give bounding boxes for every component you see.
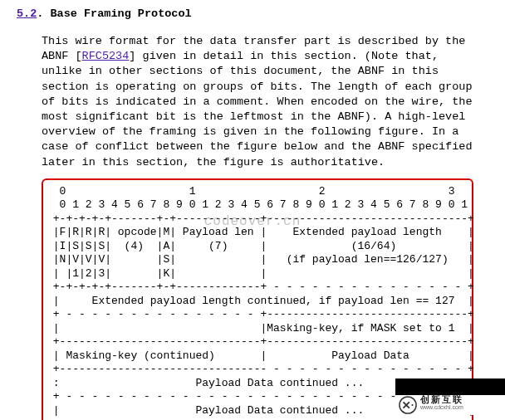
brand-footer: 创新互联 www.cdcxhl.com: [395, 378, 505, 415]
section-number-link[interactable]: 5.2: [17, 7, 37, 20]
intro-paragraph: This wire format for the data transfer p…: [42, 34, 473, 170]
section-dot: .: [37, 7, 50, 20]
brand-url: www.cdcxhl.com: [420, 404, 463, 411]
svg-point-0: [400, 397, 416, 413]
section-title: Base Framing Protocol: [51, 7, 192, 20]
brand-logo-icon: [399, 396, 417, 414]
brand-name-cn: 创新互联: [420, 395, 463, 404]
rfc-link[interactable]: RFC5234: [82, 50, 130, 62]
section-heading: 5.2. Base Framing Protocol: [17, 7, 505, 22]
svg-point-1: [411, 404, 413, 406]
para-post: ] given in detail in this section. (Note…: [42, 50, 472, 168]
